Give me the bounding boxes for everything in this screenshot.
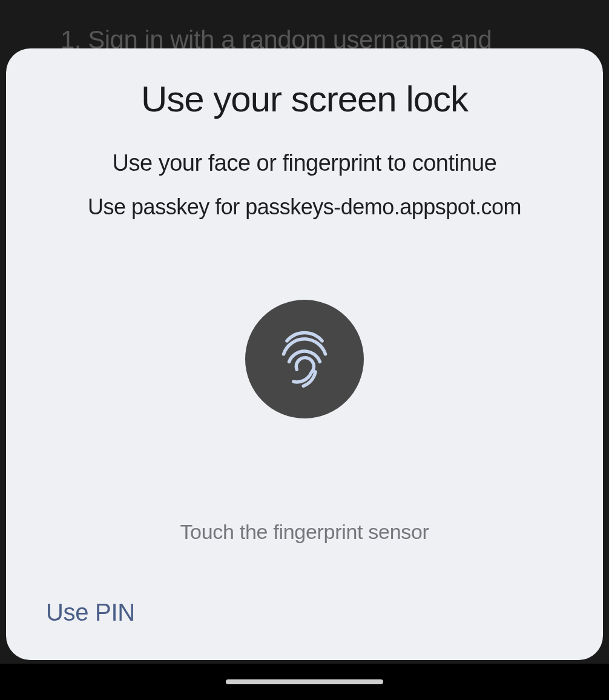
dialog-subtitle: Use your face or fingerprint to continue — [113, 150, 497, 176]
fingerprint-sensor-button[interactable] — [245, 300, 364, 418]
biometric-prompt-sheet: Use your screen lock Use your face or fi… — [6, 48, 603, 660]
gesture-handle[interactable] — [226, 679, 383, 684]
dialog-passkey-domain: Use passkey for passkeys-demo.appspot.co… — [88, 194, 521, 220]
fingerprint-hint-text: Touch the fingerprint sensor — [180, 520, 429, 544]
use-pin-button[interactable]: Use PIN — [46, 599, 135, 626]
dialog-title: Use your screen lock — [141, 78, 468, 121]
android-navigation-bar — [0, 664, 609, 700]
fingerprint-icon — [277, 329, 332, 389]
